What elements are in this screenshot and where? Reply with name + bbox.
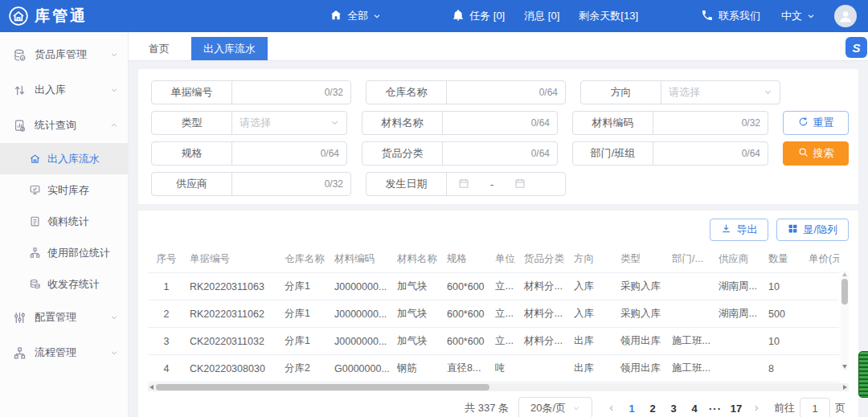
horizontal-scrollbar-thumb[interactable] xyxy=(156,384,489,390)
language-dropdown[interactable]: 中文 xyxy=(781,9,815,23)
sidebar-item-in-out[interactable]: 出入库 xyxy=(0,72,128,108)
direction-select-field[interactable]: 方向 请选择 xyxy=(580,80,780,104)
column-header: 序号 xyxy=(148,246,185,273)
table-cell: 8 xyxy=(764,355,804,382)
order-no-input[interactable] xyxy=(240,87,325,99)
app-logo-icon xyxy=(8,6,29,27)
calendar-icon[interactable] xyxy=(514,178,526,191)
scroll-up-arrow-icon[interactable] xyxy=(842,272,847,276)
spec-field[interactable]: 规格 0/64 xyxy=(151,141,347,166)
type-select-field[interactable]: 类型 请选择 xyxy=(151,111,347,135)
table-row: 4CK20220308030分库2G0000000...钢筋直径8...吨出库领… xyxy=(148,355,839,382)
char-counter: 0/64 xyxy=(321,148,339,159)
sidebar-item-label: 统计查询 xyxy=(35,118,76,133)
department-input[interactable] xyxy=(661,148,742,160)
export-button[interactable]: 导出 xyxy=(710,219,768,241)
sidebar-item-statistics[interactable]: 统计查询 xyxy=(0,108,128,143)
scroll-left-arrow-icon[interactable] xyxy=(149,385,154,390)
app-title: 库管通 xyxy=(35,6,88,27)
pager-page-2[interactable]: 2 xyxy=(642,403,663,415)
show-hide-columns-button[interactable]: 显/隐列 xyxy=(776,219,849,241)
table-cell: 600*600 xyxy=(442,273,490,300)
tab-home[interactable]: 首页 xyxy=(137,37,182,60)
scope-dropdown[interactable]: 全部 xyxy=(330,9,381,24)
pager-page-3[interactable]: 3 xyxy=(663,403,684,415)
char-counter: 0/64 xyxy=(742,148,760,159)
calendar-icon[interactable] xyxy=(458,178,469,191)
table-cell: 10 xyxy=(764,328,804,355)
goods-category-field[interactable]: 货品分类 0/64 xyxy=(362,141,558,166)
avatar[interactable] xyxy=(834,5,857,27)
table-row: 2RK20220311062分库1J0000000...加气块600*600立.… xyxy=(148,300,839,328)
table-cell: 3 xyxy=(148,328,185,355)
column-header: 规格 xyxy=(442,246,490,273)
column-header: 数量 xyxy=(764,246,804,273)
sidebar-item-material-stats[interactable]: 领料统计 xyxy=(0,206,128,237)
table-cell xyxy=(804,328,839,355)
field-label: 供应商 xyxy=(152,173,232,195)
tab-inout-flow[interactable]: 出入库流水 xyxy=(191,37,268,60)
reset-button[interactable]: 重置 xyxy=(783,111,849,135)
sidebar-item-goods-warehouse[interactable]: 货品库管理 xyxy=(0,37,128,72)
material-name-field[interactable]: 材料名称 0/64 xyxy=(362,111,558,135)
vertical-scrollbar-thumb[interactable] xyxy=(841,279,848,305)
in-out-arrows-icon xyxy=(13,84,27,97)
scroll-right-arrow-icon[interactable] xyxy=(843,385,847,390)
table-cell: 直径8... xyxy=(442,355,490,382)
spec-input[interactable] xyxy=(240,148,321,160)
contact-us[interactable]: 联系我们 xyxy=(701,9,760,24)
table-cell: 分库1 xyxy=(280,300,330,328)
chevron-down-icon xyxy=(110,49,118,61)
next-page-button[interactable] xyxy=(747,403,766,415)
field-label: 部门/班组 xyxy=(573,142,653,165)
supplier-field[interactable]: 供应商 0/32 xyxy=(151,172,351,196)
flow-record-icon xyxy=(29,153,41,165)
table-cell: 10 xyxy=(764,273,804,300)
prev-page-button[interactable] xyxy=(602,403,621,415)
messages-item[interactable]: 消息 [0] xyxy=(524,9,559,23)
date-range-field[interactable]: 发生日期 - xyxy=(366,172,566,196)
pager-page-17[interactable]: 17 xyxy=(726,403,747,415)
app-root: 库管通 全部 任务 [0] 消息 [0] 剩 xyxy=(0,0,868,417)
material-name-input[interactable] xyxy=(450,117,531,129)
material-code-field[interactable]: 材料编码 0/32 xyxy=(572,111,768,135)
pager-page-1[interactable]: 1 xyxy=(621,403,642,415)
sidebar-item-config[interactable]: 配置管理 xyxy=(0,300,128,335)
warehouse-name-input[interactable] xyxy=(454,87,539,99)
order-no-field[interactable]: 单据编号 0/32 xyxy=(151,80,351,104)
horizontal-scrollbar[interactable] xyxy=(148,383,849,391)
scroll-down-arrow-icon[interactable] xyxy=(842,365,847,369)
table-cell: 施工班... xyxy=(667,355,714,382)
table-toolbar: 导出 显/隐列 xyxy=(148,219,849,241)
goods-category-input[interactable] xyxy=(450,148,531,160)
tasks-item[interactable]: 任务 [0] xyxy=(452,9,505,24)
column-header: 单据编号 xyxy=(185,246,280,273)
floating-green-widget[interactable] xyxy=(858,351,868,398)
sidebar-item-inout-flow[interactable]: 出入库流水 xyxy=(0,143,128,174)
pager-ellipsis[interactable]: ··· xyxy=(705,403,726,415)
chevron-down-icon xyxy=(572,403,580,415)
app-logo: 库管通 xyxy=(0,6,88,27)
sidebar-item-process[interactable]: 流程管理 xyxy=(0,335,128,370)
column-header: 单位 xyxy=(490,246,519,273)
sidebar-item-label: 流程管理 xyxy=(35,345,76,360)
table-cell xyxy=(714,328,764,355)
field-label: 材料编码 xyxy=(573,112,653,134)
goto-page-input[interactable] xyxy=(800,398,830,417)
search-button[interactable]: 搜索 xyxy=(783,141,849,166)
sidebar-item-receive-send-stats[interactable]: 收发存统计 xyxy=(0,268,128,300)
department-field[interactable]: 部门/班组 0/64 xyxy=(572,141,768,166)
column-header: 仓库名称 xyxy=(280,246,330,273)
table-cell: 材料分... xyxy=(519,300,569,328)
vertical-scrollbar[interactable] xyxy=(841,271,849,370)
page-size-select[interactable]: 20条/页 xyxy=(518,397,592,417)
sidebar-item-usage-location-stats[interactable]: 使用部位统计 xyxy=(0,237,128,268)
sidebar-item-realtime-stock[interactable]: 实时库存 xyxy=(0,174,128,206)
pager-page-4[interactable]: 4 xyxy=(684,403,705,415)
warehouse-name-field[interactable]: 仓库名称 0/64 xyxy=(366,80,566,104)
tab-bar: 首页 出入库流水 xyxy=(129,32,868,61)
floating-s-widget[interactable]: S xyxy=(845,37,867,58)
supplier-input[interactable] xyxy=(240,178,325,190)
material-code-input[interactable] xyxy=(661,117,742,129)
bell-icon xyxy=(452,9,465,24)
